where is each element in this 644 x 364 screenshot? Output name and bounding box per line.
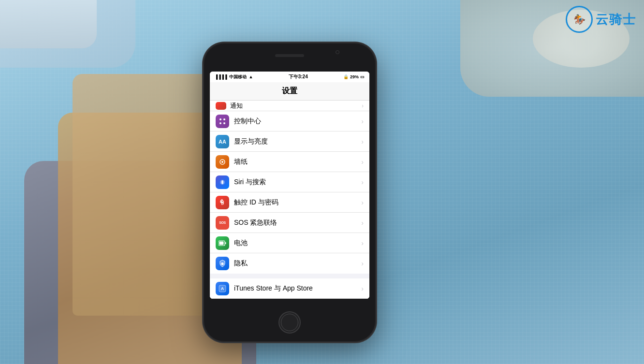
itunes-label: iTunes Store 与 App Store — [234, 284, 361, 293]
control-center-label: 控制中心 — [234, 117, 361, 126]
svg-point-2 — [220, 122, 221, 124]
partial-notifications-item[interactable]: 通知 › — [210, 101, 369, 111]
privacy-chevron: › — [361, 260, 364, 267]
siri-label: Siri 与搜索 — [234, 178, 361, 187]
privacy-label: 隐私 — [234, 259, 361, 268]
nav-bar: 设置 — [210, 82, 369, 101]
control-center-chevron: › — [361, 117, 364, 125]
logo: 🏇 云骑士 — [566, 6, 636, 33]
battery-item[interactable]: 电池 › — [210, 233, 369, 253]
wallpaper-item[interactable]: 墙纸 › — [210, 152, 369, 172]
wallpaper-chevron: › — [361, 158, 364, 166]
svg-rect-13 — [220, 241, 224, 245]
status-right: 🔒 29% ▭ — [343, 74, 365, 79]
battery-icon — [216, 236, 229, 250]
wallpaper-label: 墙纸 — [234, 158, 361, 166]
settings-list: 通知 › 控制中心 › AA 显示 — [210, 101, 369, 299]
status-bar: ▐▐▐▐ 中国移动 ▲ 下午3:24 🔒 29% ▭ — [210, 72, 369, 82]
battery-chevron: › — [361, 239, 364, 247]
sos-icon: SOS — [216, 216, 229, 230]
display-icon: AA — [216, 135, 229, 148]
home-button-inner — [281, 314, 298, 331]
section-display: 控制中心 › AA 显示与亮度 › 墙纸 — [210, 111, 369, 274]
section-gap-1 — [210, 274, 369, 278]
svg-point-8 — [222, 202, 223, 203]
notifications-label: 通知 — [230, 102, 243, 110]
itunes-item[interactable]: A iTunes Store 与 App Store › — [210, 278, 369, 299]
display-chevron: › — [361, 138, 364, 146]
svg-point-1 — [223, 118, 225, 120]
control-center-item[interactable]: 控制中心 › — [210, 111, 369, 131]
touchid-chevron: › — [361, 199, 364, 206]
svg-text:A: A — [221, 286, 224, 291]
notifications-chevron: › — [362, 102, 364, 109]
hand-detail — [73, 74, 218, 316]
wifi-icon: ▲ — [249, 74, 253, 79]
section-accounts: A iTunes Store 与 App Store › — [210, 278, 369, 299]
svg-point-0 — [220, 118, 221, 120]
display-label: 显示与亮度 — [234, 137, 361, 146]
touchid-icon — [216, 196, 229, 209]
svg-point-7 — [221, 180, 223, 184]
logo-circle: 🏇 — [566, 6, 593, 33]
sos-chevron: › — [361, 219, 364, 227]
page-title: 设置 — [282, 86, 297, 96]
signal-bars: ▐▐▐▐ — [215, 74, 227, 79]
screen-content: ▐▐▐▐ 中国移动 ▲ 下午3:24 🔒 29% ▭ 设置 — [210, 72, 369, 299]
speaker — [275, 54, 304, 57]
sos-item[interactable]: SOS SOS 紧急联络 › — [210, 213, 369, 233]
privacy-icon — [216, 257, 229, 270]
battery-label: 电池 — [234, 239, 361, 248]
status-left: ▐▐▐▐ 中国移动 ▲ — [215, 74, 253, 80]
iphone-frame: ▐▐▐▐ 中国移动 ▲ 下午3:24 🔒 29% ▭ 设置 — [203, 43, 376, 342]
svg-rect-12 — [225, 242, 226, 244]
display-item[interactable]: AA 显示与亮度 › — [210, 131, 369, 152]
front-camera — [336, 50, 339, 54]
itunes-chevron: › — [361, 285, 364, 292]
notifications-icon — [216, 102, 226, 110]
sos-label: SOS 紧急联络 — [234, 218, 361, 227]
logo-text: 云骑士 — [596, 11, 636, 28]
touchid-item[interactable]: 触控 ID 与密码 › — [210, 192, 369, 213]
siri-icon — [216, 175, 229, 189]
siri-item[interactable]: Siri 与搜索 › — [210, 172, 369, 192]
touchid-label: 触控 ID 与密码 — [234, 198, 361, 207]
carrier: 中国移动 — [229, 74, 247, 80]
itunes-icon: A — [216, 282, 229, 295]
battery-percent: 29% — [350, 74, 359, 79]
privacy-item[interactable]: 隐私 › — [210, 253, 369, 274]
iphone-screen: ▐▐▐▐ 中国移动 ▲ 下午3:24 🔒 29% ▭ 设置 — [210, 72, 369, 299]
siri-chevron: › — [361, 178, 364, 186]
home-button[interactable] — [278, 311, 301, 334]
logo-rider-icon: 🏇 — [573, 14, 585, 25]
wallpaper-icon — [216, 155, 229, 169]
status-time: 下午3:24 — [289, 73, 308, 80]
svg-point-5 — [221, 161, 223, 163]
shoe-top — [0, 0, 97, 48]
control-center-icon — [216, 115, 229, 128]
lock-icon: 🔒 — [343, 74, 349, 79]
battery-icon: ▭ — [360, 74, 365, 79]
svg-point-3 — [223, 122, 225, 124]
